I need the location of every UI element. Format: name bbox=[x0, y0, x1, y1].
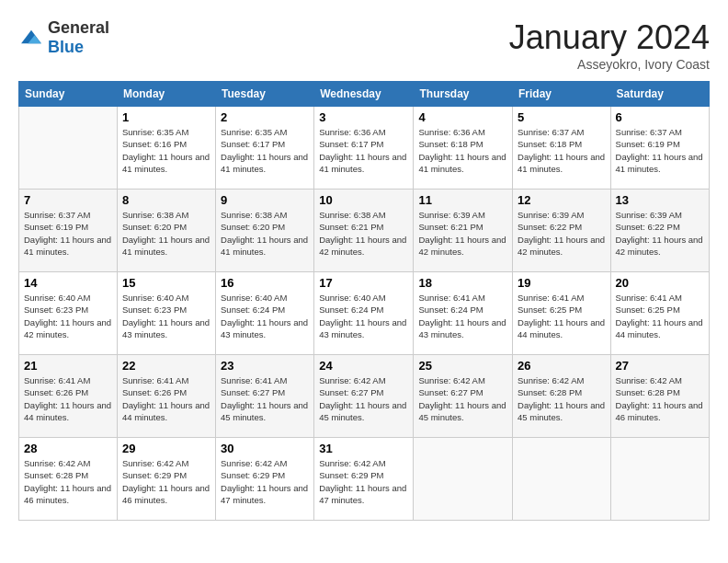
calendar-cell: 30Sunrise: 6:42 AMSunset: 6:29 PMDayligh… bbox=[216, 438, 314, 521]
calendar-week-row: 7Sunrise: 6:37 AMSunset: 6:19 PMDaylight… bbox=[19, 190, 710, 272]
calendar-cell: 29Sunrise: 6:42 AMSunset: 6:29 PMDayligh… bbox=[117, 438, 215, 521]
calendar-week-row: 14Sunrise: 6:40 AMSunset: 6:23 PMDayligh… bbox=[19, 272, 710, 355]
day-info: Sunrise: 6:42 AMSunset: 6:28 PMDaylight:… bbox=[616, 374, 704, 423]
month-title: January 2024 bbox=[509, 18, 710, 57]
calendar-cell: 20Sunrise: 6:41 AMSunset: 6:25 PMDayligh… bbox=[610, 272, 709, 355]
day-number: 28 bbox=[24, 442, 112, 455]
day-number: 4 bbox=[418, 110, 507, 124]
day-number: 19 bbox=[518, 276, 606, 290]
day-info: Sunrise: 6:41 AMSunset: 6:25 PMDaylight:… bbox=[616, 292, 704, 340]
calendar-cell: 8Sunrise: 6:38 AMSunset: 6:20 PMDaylight… bbox=[117, 190, 215, 272]
day-number: 25 bbox=[418, 359, 507, 373]
day-number: 15 bbox=[122, 276, 210, 290]
day-info: Sunrise: 6:41 AMSunset: 6:27 PMDaylight:… bbox=[221, 374, 309, 423]
day-number: 20 bbox=[616, 276, 704, 290]
weekday-header-tuesday: Tuesday bbox=[216, 82, 314, 107]
day-number: 18 bbox=[418, 276, 507, 290]
day-info: Sunrise: 6:42 AMSunset: 6:27 PMDaylight:… bbox=[418, 374, 507, 423]
weekday-header-row: SundayMondayTuesdayWednesdayThursdayFrid… bbox=[19, 82, 710, 107]
logo: General Blue bbox=[18, 18, 109, 57]
day-number: 17 bbox=[319, 276, 408, 290]
day-info: Sunrise: 6:35 AMSunset: 6:17 PMDaylight:… bbox=[221, 126, 309, 175]
day-number: 8 bbox=[122, 193, 210, 207]
day-number: 14 bbox=[24, 276, 112, 290]
day-number: 12 bbox=[518, 193, 606, 207]
calendar-cell bbox=[610, 438, 709, 521]
calendar-cell bbox=[513, 438, 611, 521]
calendar-cell: 9Sunrise: 6:38 AMSunset: 6:20 PMDaylight… bbox=[216, 190, 314, 272]
calendar-cell: 7Sunrise: 6:37 AMSunset: 6:19 PMDaylight… bbox=[19, 190, 118, 272]
day-info: Sunrise: 6:40 AMSunset: 6:23 PMDaylight:… bbox=[24, 292, 112, 340]
calendar-cell: 24Sunrise: 6:42 AMSunset: 6:27 PMDayligh… bbox=[314, 355, 414, 438]
day-number: 26 bbox=[518, 359, 606, 373]
weekday-header-sunday: Sunday bbox=[19, 82, 118, 107]
calendar-cell: 25Sunrise: 6:42 AMSunset: 6:27 PMDayligh… bbox=[414, 355, 513, 438]
day-info: Sunrise: 6:39 AMSunset: 6:21 PMDaylight:… bbox=[418, 209, 507, 258]
calendar-cell: 10Sunrise: 6:38 AMSunset: 6:21 PMDayligh… bbox=[314, 190, 414, 272]
day-info: Sunrise: 6:39 AMSunset: 6:22 PMDaylight:… bbox=[518, 209, 606, 258]
day-info: Sunrise: 6:37 AMSunset: 6:19 PMDaylight:… bbox=[616, 126, 704, 175]
day-info: Sunrise: 6:37 AMSunset: 6:19 PMDaylight:… bbox=[24, 209, 112, 258]
calendar-cell: 4Sunrise: 6:36 AMSunset: 6:18 PMDaylight… bbox=[414, 107, 513, 190]
day-number: 21 bbox=[24, 359, 112, 373]
day-info: Sunrise: 6:37 AMSunset: 6:18 PMDaylight:… bbox=[518, 126, 606, 175]
day-number: 16 bbox=[221, 276, 309, 290]
calendar-cell: 2Sunrise: 6:35 AMSunset: 6:17 PMDaylight… bbox=[216, 107, 314, 190]
calendar-cell: 21Sunrise: 6:41 AMSunset: 6:26 PMDayligh… bbox=[19, 355, 118, 438]
day-info: Sunrise: 6:42 AMSunset: 6:28 PMDaylight:… bbox=[24, 457, 112, 506]
day-number: 9 bbox=[221, 193, 309, 207]
day-info: Sunrise: 6:41 AMSunset: 6:26 PMDaylight:… bbox=[24, 374, 112, 423]
day-number: 6 bbox=[616, 110, 704, 124]
calendar-cell: 19Sunrise: 6:41 AMSunset: 6:25 PMDayligh… bbox=[513, 272, 611, 355]
calendar-cell: 27Sunrise: 6:42 AMSunset: 6:28 PMDayligh… bbox=[610, 355, 709, 438]
day-info: Sunrise: 6:40 AMSunset: 6:23 PMDaylight:… bbox=[122, 292, 210, 340]
day-number: 2 bbox=[221, 110, 309, 124]
calendar-week-row: 28Sunrise: 6:42 AMSunset: 6:28 PMDayligh… bbox=[19, 438, 710, 521]
weekday-header-friday: Friday bbox=[513, 82, 611, 107]
calendar-cell: 17Sunrise: 6:40 AMSunset: 6:24 PMDayligh… bbox=[314, 272, 414, 355]
day-info: Sunrise: 6:42 AMSunset: 6:27 PMDaylight:… bbox=[319, 374, 408, 423]
calendar-cell bbox=[414, 438, 513, 521]
day-number: 7 bbox=[24, 193, 112, 207]
calendar-cell: 15Sunrise: 6:40 AMSunset: 6:23 PMDayligh… bbox=[117, 272, 215, 355]
day-number: 31 bbox=[319, 442, 408, 455]
weekday-header-saturday: Saturday bbox=[610, 82, 709, 107]
calendar-week-row: 21Sunrise: 6:41 AMSunset: 6:26 PMDayligh… bbox=[19, 355, 710, 438]
location-subtitle: Asseyokro, Ivory Coast bbox=[509, 57, 710, 72]
day-info: Sunrise: 6:38 AMSunset: 6:20 PMDaylight:… bbox=[221, 209, 309, 258]
day-info: Sunrise: 6:41 AMSunset: 6:25 PMDaylight:… bbox=[518, 292, 606, 340]
logo-icon bbox=[18, 29, 44, 47]
day-number: 13 bbox=[616, 193, 704, 207]
day-number: 29 bbox=[122, 442, 210, 455]
calendar-cell: 3Sunrise: 6:36 AMSunset: 6:17 PMDaylight… bbox=[314, 107, 414, 190]
day-info: Sunrise: 6:36 AMSunset: 6:17 PMDaylight:… bbox=[319, 126, 408, 175]
day-info: Sunrise: 6:41 AMSunset: 6:26 PMDaylight:… bbox=[122, 374, 210, 423]
calendar-table: SundayMondayTuesdayWednesdayThursdayFrid… bbox=[18, 81, 710, 521]
calendar-week-row: 1Sunrise: 6:35 AMSunset: 6:16 PMDaylight… bbox=[19, 107, 710, 190]
day-number: 11 bbox=[418, 193, 507, 207]
day-info: Sunrise: 6:42 AMSunset: 6:28 PMDaylight:… bbox=[518, 374, 606, 423]
calendar-cell: 11Sunrise: 6:39 AMSunset: 6:21 PMDayligh… bbox=[414, 190, 513, 272]
calendar-cell: 5Sunrise: 6:37 AMSunset: 6:18 PMDaylight… bbox=[513, 107, 611, 190]
day-number: 24 bbox=[319, 359, 408, 373]
day-info: Sunrise: 6:42 AMSunset: 6:29 PMDaylight:… bbox=[221, 457, 309, 506]
calendar-cell: 18Sunrise: 6:41 AMSunset: 6:24 PMDayligh… bbox=[414, 272, 513, 355]
day-info: Sunrise: 6:38 AMSunset: 6:21 PMDaylight:… bbox=[319, 209, 408, 258]
calendar-cell: 31Sunrise: 6:42 AMSunset: 6:29 PMDayligh… bbox=[314, 438, 414, 521]
day-number: 23 bbox=[221, 359, 309, 373]
title-block: January 2024 Asseyokro, Ivory Coast bbox=[509, 18, 710, 72]
logo-text: General Blue bbox=[48, 18, 109, 57]
day-info: Sunrise: 6:36 AMSunset: 6:18 PMDaylight:… bbox=[418, 126, 507, 175]
logo-blue: Blue bbox=[48, 38, 84, 56]
calendar-cell: 23Sunrise: 6:41 AMSunset: 6:27 PMDayligh… bbox=[216, 355, 314, 438]
day-number: 22 bbox=[122, 359, 210, 373]
day-info: Sunrise: 6:42 AMSunset: 6:29 PMDaylight:… bbox=[319, 457, 408, 506]
calendar-cell: 1Sunrise: 6:35 AMSunset: 6:16 PMDaylight… bbox=[117, 107, 215, 190]
day-number: 1 bbox=[122, 110, 210, 124]
day-info: Sunrise: 6:41 AMSunset: 6:24 PMDaylight:… bbox=[418, 292, 507, 340]
day-number: 27 bbox=[616, 359, 704, 373]
calendar-cell: 16Sunrise: 6:40 AMSunset: 6:24 PMDayligh… bbox=[216, 272, 314, 355]
weekday-header-wednesday: Wednesday bbox=[314, 82, 414, 107]
day-number: 10 bbox=[319, 193, 408, 207]
day-number: 5 bbox=[518, 110, 606, 124]
